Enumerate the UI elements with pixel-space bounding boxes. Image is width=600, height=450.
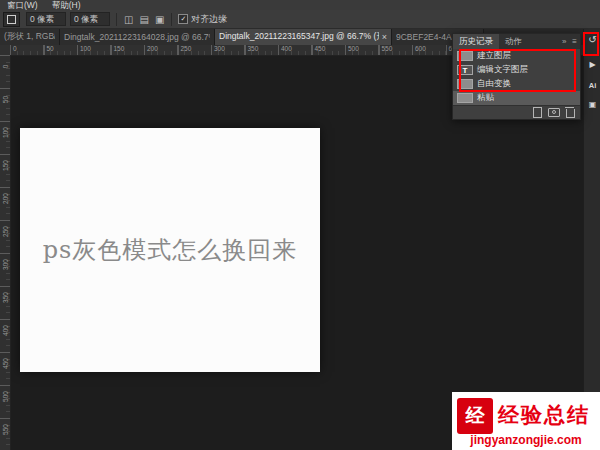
options-bar: 0 像素 0 像素 ◫ ▤ ▣ ✓ 对齐边缘	[0, 10, 600, 29]
history-state-thumbnail	[457, 51, 473, 61]
document-tab-1[interactable]: (形状 1, RGB/8...	[0, 29, 60, 45]
history-state-edit-type-layer[interactable]: T 编辑文字图层	[453, 63, 580, 77]
divider	[171, 13, 172, 26]
history-state-free-transform[interactable]: 自由变换	[453, 77, 580, 91]
history-panel: 历史记录 动作 » ≡ 建立图层 T 编辑文字图层 自由变换 粘贴	[452, 33, 581, 120]
new-document-from-state-icon[interactable]	[533, 107, 542, 118]
watermark-title: 经验总结	[498, 401, 590, 429]
tool-preset-icon[interactable]	[3, 12, 20, 27]
history-state-thumbnail	[457, 79, 473, 89]
history-panel-icon[interactable]: ↺	[584, 34, 600, 45]
ai-panel-icon[interactable]: Ai	[584, 81, 600, 90]
path-operations-icon[interactable]: ◫	[121, 11, 136, 28]
document-tab-3-active[interactable]: Dingtalk_20211223165347.jpg @ 66.7% (形状 …	[215, 29, 392, 45]
collapse-panel-icon[interactable]: »	[559, 37, 569, 46]
tab-label: Dingtalk_20211223164028.jpg @ 66.7%(RGB.…	[64, 32, 210, 42]
document-tab-2[interactable]: Dingtalk_20211223164028.jpg @ 66.7%(RGB.…	[60, 29, 215, 45]
tab-history[interactable]: 历史记录	[453, 34, 499, 49]
history-state-label: 建立图层	[477, 50, 511, 62]
path-alignment-icon[interactable]: ▤	[136, 11, 151, 28]
history-panel-header: 历史记录 动作 » ≡	[453, 34, 580, 49]
canvas-text: ps灰色模式怎么换回来	[43, 234, 298, 266]
history-state-new-layer[interactable]: 建立图层	[453, 49, 580, 63]
delete-state-icon[interactable]	[566, 109, 575, 118]
menu-help[interactable]: 帮助(H)	[45, 0, 88, 10]
type-thumbnail-icon: T	[457, 65, 473, 75]
shape-height-field[interactable]: 0 像素	[70, 12, 110, 26]
actions-panel-icon[interactable]: ▶	[584, 60, 600, 69]
shape-width-field[interactable]: 0 像素	[26, 12, 66, 26]
document-canvas[interactable]: ps灰色模式怎么换回来	[20, 128, 320, 372]
tab-label: Dingtalk_20211223165347.jpg @ 66.7% (形状 …	[219, 31, 379, 43]
path-arrangement-icon[interactable]: ▣	[152, 11, 167, 28]
history-state-label: 自由变换	[477, 78, 511, 90]
new-snapshot-icon[interactable]	[548, 108, 560, 117]
menu-bar: 窗口(W) 帮助(H)	[0, 0, 600, 10]
history-state-label: 粘贴	[477, 92, 494, 104]
panel-dock-strip: ↺ ▶ Ai ▣	[583, 29, 600, 450]
properties-panel-icon[interactable]: ▣	[584, 100, 600, 109]
history-state-label: 编辑文字图层	[477, 64, 528, 76]
vertical-ruler: 050100150200250300350400450500550	[0, 55, 11, 450]
tab-label: (形状 1, RGB/8...	[4, 31, 55, 43]
panel-menu-icon[interactable]: ≡	[569, 37, 580, 46]
watermark-logo: 经	[457, 398, 493, 434]
history-state-thumbnail	[457, 93, 473, 103]
checkbox-check-icon: ✓	[178, 14, 188, 24]
divider	[116, 13, 117, 26]
history-state-current[interactable]: 粘贴	[453, 91, 580, 105]
history-panel-footer	[453, 105, 580, 119]
tab-actions[interactable]: 动作	[499, 34, 528, 49]
menu-window[interactable]: 窗口(W)	[0, 0, 45, 10]
align-edges-checkbox[interactable]: ✓ 对齐边缘	[178, 13, 227, 26]
tab-close-icon[interactable]: ×	[382, 32, 387, 42]
watermark-url: jingyanzongjie.com	[452, 433, 600, 447]
watermark: 经 经验总结 jingyanzongjie.com	[452, 392, 600, 450]
photoshop-window: 窗口(W) 帮助(H) 0 像素 0 像素 ◫ ▤ ▣ ✓ 对齐边缘 (形状 1…	[0, 0, 600, 450]
align-edges-label: 对齐边缘	[191, 13, 227, 26]
